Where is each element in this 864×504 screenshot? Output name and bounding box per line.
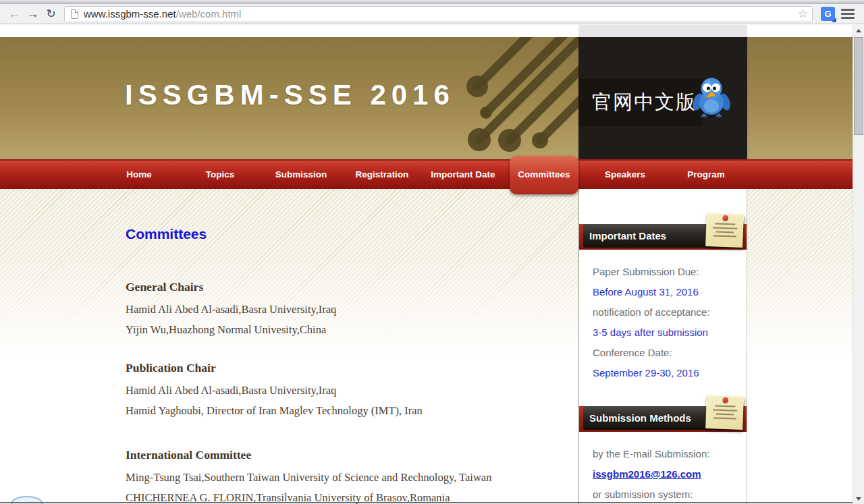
- bookmark-star-icon[interactable]: ☆: [798, 7, 808, 21]
- nav-item-home[interactable]: Home: [99, 161, 180, 189]
- submission-methods-header: Submission Methods: [579, 406, 747, 432]
- section-heading: Publication Chair: [126, 361, 564, 375]
- email-link[interactable]: issgbm2016@126.com: [593, 468, 701, 480]
- sticky-note-icon: [705, 213, 744, 248]
- menu-icon[interactable]: [841, 9, 855, 19]
- date-label: Paper Submission Due:: [593, 262, 740, 282]
- committee-member: Hamid Yaghoubi, Director of Iran Maglev …: [126, 401, 564, 421]
- twitter-bird-icon[interactable]: [692, 75, 731, 119]
- pushpin-icon: [722, 397, 728, 403]
- nav-item-speakers[interactable]: Speakers: [585, 161, 666, 189]
- browser-window: ← → ↻ www.issgbm-sse.net/web/com.html ☆ …: [0, 0, 864, 504]
- section-heading: International Committee: [126, 448, 564, 462]
- url-bar[interactable]: www.issgbm-sse.net/web/com.html ☆: [64, 6, 813, 22]
- important-dates-header: Important Dates: [579, 224, 747, 250]
- header-gray-block: [578, 25, 747, 37]
- site-title: ISSGBM-SSE 2016: [125, 79, 455, 111]
- date-value: September 29-30, 2016: [593, 363, 740, 383]
- committee-member: Yijin Wu,Huazhong Normal Univesity,China: [126, 320, 564, 340]
- sidebar: Important Dates Paper Submission Due: Be…: [578, 189, 747, 504]
- submission-email: issgbm2016@126.com: [593, 464, 740, 484]
- nav-item-committees[interactable]: Committees: [504, 161, 585, 189]
- section-international-committee: International Committee Ming-Tsung Tsai,…: [126, 448, 564, 504]
- nav-item-submission[interactable]: Submission: [261, 161, 342, 189]
- nav-item-registration[interactable]: Registration: [342, 161, 423, 189]
- important-dates-list: Paper Submission Due: Before August 31, …: [579, 250, 747, 383]
- chinese-version-banner[interactable]: 官网中文版: [578, 37, 747, 159]
- url-text[interactable]: www.issgbm-sse.net/web/com.html: [84, 8, 798, 20]
- committee-member: Hamid Ali Abed Al-asadi,Basra University…: [126, 300, 564, 320]
- webpage: ISSGBM-SSE 2016 官网中文版: [0, 25, 853, 504]
- url-path: /web/com.html: [176, 8, 242, 20]
- scroll-up-icon[interactable]: [853, 26, 864, 36]
- committee-member: Ming-Tsung Tsai,Southern Taiwan Universi…: [126, 468, 564, 488]
- main-navigation: Home Topics Submission Registration Impo…: [0, 159, 853, 189]
- page-title: Committees: [126, 226, 564, 242]
- submission-methods-list: by the E-mail Submission: issgbm2016@126…: [579, 432, 747, 504]
- page-icon: [71, 9, 78, 19]
- translate-extension-icon[interactable]: G: [821, 7, 835, 21]
- main-content: Committees General Chairs Hamid Ali Abed…: [126, 189, 564, 504]
- section-heading: General Chairs: [126, 280, 564, 294]
- scroll-down-icon[interactable]: [853, 493, 864, 504]
- page-body: Committees General Chairs Hamid Ali Abed…: [0, 189, 853, 504]
- site-header: ISSGBM-SSE 2016 官网中文版: [0, 37, 853, 159]
- sidebar-box-title: Submission Methods: [589, 412, 691, 424]
- date-value: Before August 31, 2016: [593, 282, 740, 302]
- date-label: notification of acceptance:: [593, 302, 740, 323]
- committee-member: Hamid Ali Abed Al-asadi,Basra University…: [126, 381, 564, 401]
- scrollbar[interactable]: [853, 25, 864, 504]
- scrollbar-thumb[interactable]: [854, 37, 863, 135]
- date-value: 3-5 days after submission: [593, 323, 740, 343]
- nav-item-important-date[interactable]: Important Date: [423, 161, 504, 189]
- section-general-chairs: General Chairs Hamid Ali Abed Al-asadi,B…: [126, 280, 564, 340]
- chinese-version-label[interactable]: 官网中文版: [578, 89, 697, 116]
- pushpin-icon: [722, 215, 728, 221]
- bottom-divider: [0, 502, 853, 503]
- browser-toolbar: ← → ↻ www.issgbm-sse.net/web/com.html ☆ …: [0, 4, 864, 24]
- sticky-note-icon: [705, 395, 744, 430]
- sidebar-box-title: Important Dates: [589, 230, 666, 242]
- date-label: Conference Date:: [593, 343, 740, 363]
- submission-label: by the E-mail Submission:: [593, 444, 740, 464]
- section-publication-chair: Publication Chair Hamid Ali Abed Al-asad…: [126, 361, 564, 421]
- nav-item-topics[interactable]: Topics: [180, 161, 261, 189]
- submission-label: or submission system:: [593, 484, 740, 504]
- top-gap: [0, 25, 853, 37]
- circuit-decoration-icon: [442, 37, 582, 159]
- forward-icon[interactable]: →: [24, 5, 42, 24]
- nav-item-program[interactable]: Program: [666, 161, 747, 189]
- back-icon[interactable]: ←: [5, 5, 24, 24]
- reload-icon[interactable]: ↻: [42, 5, 60, 24]
- url-host: www.issgbm-sse.net: [84, 8, 176, 20]
- chinese-version-strip: 官网中文版: [578, 79, 703, 126]
